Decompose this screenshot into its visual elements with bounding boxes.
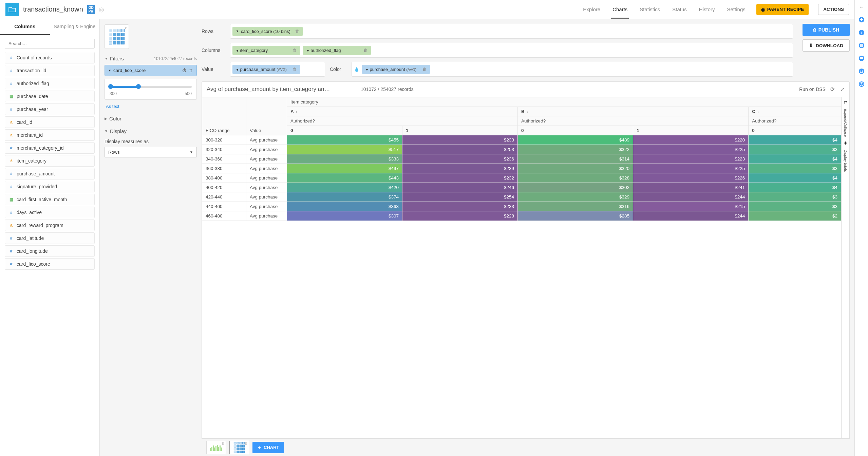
delete-icon[interactable]: 🗑 (293, 67, 297, 72)
delete-icon[interactable]: 🗑 (244, 441, 248, 445)
power-icon[interactable]: ⏻ (182, 68, 186, 73)
download-button[interactable]: ⬇ DOWNLOAD (803, 39, 850, 52)
pivot-table-scroll[interactable]: FICO rangeValueItem categoryA‹B‹C‹Author… (202, 97, 841, 438)
parent-recipe-button[interactable]: ◉ PARENT RECIPE (756, 4, 809, 15)
data-cell: $316 (518, 202, 633, 211)
as-text-link[interactable]: As text (106, 104, 119, 109)
category-header[interactable]: C‹ (749, 107, 841, 116)
tab-history[interactable]: History (698, 0, 716, 19)
authorized-value-header[interactable]: 1 (633, 126, 749, 135)
authorized-value-header[interactable]: 0 (518, 126, 633, 135)
columns-chip-item-category[interactable]: ▼ item_category 🗑 (232, 46, 300, 55)
chart-thumbnail-2[interactable]: 🗑 (229, 441, 249, 454)
back-arrow-icon[interactable]: ← (858, 3, 865, 10)
delete-icon[interactable]: 🗑 (221, 441, 225, 445)
fullscreen-icon[interactable]: ⤢ (840, 86, 845, 92)
columns-dropzone[interactable]: ▼ item_category 🗑 ▼ authorized_flag 🗑 (230, 43, 793, 58)
compass-icon[interactable]: ◎ (99, 6, 104, 13)
filter-slider[interactable]: 300 500 (105, 79, 197, 100)
rail-chat-icon[interactable] (858, 55, 865, 62)
category-header[interactable]: B‹ (518, 107, 749, 116)
authorized-value-header[interactable]: 1 (402, 126, 518, 135)
slider-thumb-max[interactable] (136, 84, 141, 89)
display-section-header[interactable]: ▼ Display (105, 128, 197, 134)
chart-thumbnail-1[interactable]: 🗑 (206, 441, 226, 454)
delete-icon[interactable]: 🗑 (189, 68, 193, 73)
column-item[interactable]: #signature_provided (5, 181, 95, 192)
data-cell: $322 (518, 145, 633, 154)
refresh-icon[interactable]: ⟳ (830, 86, 835, 92)
chip-label: item_category (240, 48, 268, 53)
delete-icon[interactable]: 🗑 (295, 29, 299, 34)
plus-icon[interactable]: ✚ (844, 141, 847, 146)
column-search-input[interactable] (5, 39, 95, 49)
category-header[interactable]: A‹ (287, 107, 518, 116)
authorized-value-header[interactable]: 0 (287, 126, 402, 135)
chart-title[interactable]: Avg of purchase_amount by item_category … (207, 86, 356, 93)
column-item[interactable]: #merchant_category_id (5, 142, 95, 154)
filter-chip-fico[interactable]: ▼ card_fico_score ⏻ 🗑 (105, 65, 197, 76)
column-item[interactable]: #card_fico_score (5, 258, 95, 270)
rail-clock-icon[interactable] (858, 81, 865, 88)
dataset-name[interactable]: transactions_known (23, 5, 83, 13)
run-on-selector[interactable]: Run on DSS (799, 87, 826, 92)
filters-section-header[interactable]: ▼ Filters 101072/254027 records (105, 56, 197, 61)
column-item[interactable]: #days_active (5, 207, 95, 218)
tab-statistics[interactable]: Statistics (638, 0, 661, 19)
chart-type-selector[interactable]: ▾ (105, 24, 129, 49)
droplet-icon: 💧 (354, 67, 359, 72)
column-item[interactable]: Acard_id (5, 116, 95, 128)
download-label: DOWNLOAD (816, 43, 843, 48)
column-item[interactable]: Acard_reward_program (5, 220, 95, 231)
publish-button[interactable]: ⎙ PUBLISH (803, 24, 850, 36)
column-item[interactable]: #authorized_flag (5, 78, 95, 89)
value-chip-purchase-amount[interactable]: ▼ purchase_amount (AVG) 🗑 (232, 65, 300, 74)
column-item[interactable]: Amerchant_id (5, 129, 95, 141)
actions-button[interactable]: ACTIONS (818, 4, 849, 15)
delete-icon[interactable]: 🗑 (363, 48, 367, 53)
rail-info-icon[interactable]: i (858, 29, 865, 36)
tab-explore[interactable]: Explore (582, 0, 602, 19)
display-measures-select[interactable]: Rows ▼ (105, 147, 197, 157)
svg-rect-8 (221, 448, 222, 451)
column-item[interactable]: #card_latitude (5, 232, 95, 244)
column-item[interactable]: #purchase_year (5, 103, 95, 115)
color-chip-purchase-amount[interactable]: ▼ purchase_amount (AVG) 🗑 (362, 65, 430, 74)
tab-charts[interactable]: Charts (611, 0, 629, 19)
expand-collapse-icon[interactable]: ⇄ (844, 100, 847, 104)
add-chart-label: CHART (264, 445, 279, 450)
dataset-icon[interactable] (5, 3, 19, 16)
expand-collapse-toggle[interactable]: Expand/Collapse (844, 107, 848, 138)
column-item[interactable]: #card_longitude (5, 245, 95, 257)
column-item[interactable]: #transaction_id (5, 65, 95, 76)
display-totals-toggle[interactable]: Display totals (844, 148, 848, 173)
column-item[interactable]: #purchase_amount (5, 168, 95, 179)
rows-chip-fico[interactable]: ▼ card_fico_score (10 bins) 🗑 (232, 27, 303, 36)
columns-chip-authorized-flag[interactable]: ▼ authorized_flag 🗑 (303, 46, 371, 55)
column-name: authorized_flag (17, 81, 49, 86)
rows-dropzone[interactable]: ▼ card_fico_score (10 bins) 🗑 (230, 24, 793, 39)
sidebar-tab-columns[interactable]: Columns (0, 19, 50, 35)
color-dropzone[interactable]: 💧 ▼ purchase_amount (AVG) 🗑 (352, 62, 793, 77)
authorized-value-header[interactable]: 0 (749, 126, 841, 135)
slider-thumb-min[interactable] (108, 84, 113, 89)
column-name: card_fico_score (17, 261, 50, 267)
add-chart-button[interactable]: ＋ CHART (252, 442, 284, 453)
rail-lab-icon[interactable] (858, 68, 865, 75)
gdpr-badge[interactable]: GD PR (87, 5, 95, 14)
column-name: card_first_active_month (17, 197, 67, 202)
rail-plus-icon[interactable] (858, 16, 865, 23)
column-item[interactable]: #Count of records (5, 52, 95, 63)
color-section-header[interactable]: ▶ Color (105, 116, 197, 121)
tab-settings[interactable]: Settings (726, 0, 747, 19)
column-item[interactable]: Aitem_category (5, 155, 95, 167)
value-dropzone[interactable]: ▼ purchase_amount (AVG) 🗑 (230, 62, 325, 77)
column-item[interactable]: ▦purchase_date (5, 91, 95, 102)
rail-list-icon[interactable] (858, 42, 865, 49)
column-item[interactable]: ▦card_first_active_month (5, 194, 95, 205)
sidebar-tab-sampling[interactable]: Sampling & Engine (50, 19, 100, 35)
tab-status[interactable]: Status (671, 0, 688, 19)
type-icon: # (8, 184, 14, 189)
delete-icon[interactable]: 🗑 (422, 67, 427, 72)
delete-icon[interactable]: 🗑 (293, 48, 297, 53)
